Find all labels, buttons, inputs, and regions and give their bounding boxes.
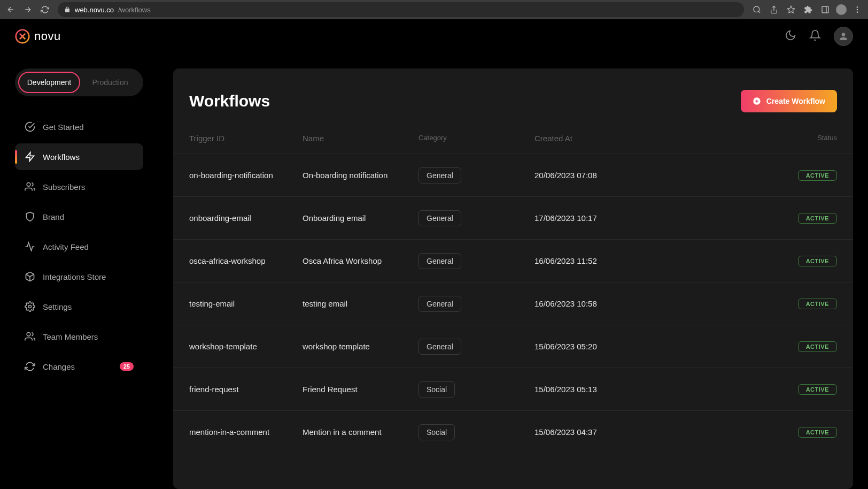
category-chip: General <box>418 167 461 184</box>
sidebar-item-label: Activity Feed <box>43 242 89 251</box>
app-header: novu <box>0 19 868 54</box>
sidebar-item-activity-feed[interactable]: Activity Feed <box>15 233 143 260</box>
category-chip: Social <box>418 424 455 440</box>
env-tab-production[interactable]: Production <box>80 72 140 93</box>
cell-created: 15/06/2023 04:37 <box>534 427 650 437</box>
browser-reload-button[interactable] <box>38 3 51 16</box>
shield-icon <box>25 211 35 222</box>
cell-name: testing email <box>303 299 418 308</box>
sidebar-item-team-members[interactable]: Team Members <box>15 323 143 350</box>
status-badge: ACTIVE <box>798 384 837 395</box>
category-chip: General <box>418 253 461 269</box>
cell-trigger: workshop-template <box>189 342 303 351</box>
sidebar-item-label: Integrations Store <box>43 272 106 281</box>
table-row[interactable]: testing-email testing email General 16/0… <box>173 282 853 325</box>
plus-circle-icon <box>753 97 761 105</box>
browser-share-icon[interactable] <box>768 3 780 16</box>
col-header-status: Status <box>650 134 837 143</box>
cell-status: ACTIVE <box>650 427 837 438</box>
cell-name: Osca Africa Workshop <box>303 256 418 265</box>
cell-created: 15/06/2023 05:13 <box>534 385 650 394</box>
browser-star-icon[interactable] <box>785 3 797 16</box>
refresh-icon <box>25 361 35 372</box>
check-circle-icon <box>25 121 35 132</box>
svg-rect-2 <box>822 6 828 13</box>
svg-point-11 <box>29 305 32 308</box>
sidebar-item-label: Changes <box>43 362 75 371</box>
cell-name: Onboarding email <box>303 213 418 223</box>
browser-bar: web.novu.co/workflows <box>0 0 868 19</box>
cell-category: Social <box>418 424 534 440</box>
workflows-table: Trigger ID Name Category Created At Stat… <box>173 123 853 453</box>
url-bar[interactable]: web.novu.co/workflows <box>58 2 744 17</box>
svg-point-9 <box>27 183 30 187</box>
create-workflow-button[interactable]: Create Workflow <box>741 90 837 112</box>
cell-created: 16/06/2023 11:52 <box>534 256 650 265</box>
activity-icon <box>25 241 35 252</box>
sidebar-item-workflows[interactable]: Workflows <box>15 143 143 170</box>
cell-category: General <box>418 210 534 226</box>
browser-menu-icon[interactable] <box>851 3 864 16</box>
logo[interactable]: novu <box>15 29 61 44</box>
sidebar-item-label: Brand <box>43 212 64 221</box>
theme-toggle-icon[interactable] <box>785 29 796 43</box>
table-row[interactable]: on-boarding-notification On-boarding not… <box>173 154 853 196</box>
sidebar-item-integrations-store[interactable]: Integrations Store <box>15 263 143 290</box>
cell-created: 20/06/2023 07:08 <box>534 171 650 180</box>
url-path: /workflows <box>118 6 151 14</box>
sidebar-item-settings[interactable]: Settings <box>15 293 143 320</box>
sidebar-item-subscribers[interactable]: Subscribers <box>15 173 143 200</box>
sidebar-item-label: Get Started <box>43 123 84 132</box>
logo-mark-icon <box>15 29 30 44</box>
cell-created: 15/06/2023 05:20 <box>534 342 650 351</box>
user-avatar[interactable] <box>834 27 853 46</box>
cell-status: ACTIVE <box>650 213 837 224</box>
sidebar-item-label: Team Members <box>43 332 98 341</box>
create-workflow-label: Create Workflow <box>766 97 825 105</box>
cell-trigger: friend-request <box>189 385 303 394</box>
env-tab-development[interactable]: Development <box>18 72 80 93</box>
table-row[interactable]: friend-request Friend Request Social 15/… <box>173 368 853 410</box>
sidebar-item-get-started[interactable]: Get Started <box>15 113 143 140</box>
svg-point-12 <box>27 333 30 337</box>
table-row[interactable]: onboarding-email Onboarding email Genera… <box>173 196 853 239</box>
status-badge: ACTIVE <box>798 213 837 224</box>
table-row[interactable]: osca-africa-workshop Osca Africa Worksho… <box>173 239 853 282</box>
cell-category: General <box>418 167 534 184</box>
box-icon <box>25 271 35 282</box>
cell-status: ACTIVE <box>650 299 837 309</box>
sidebar-item-brand[interactable]: Brand <box>15 203 143 230</box>
table-row[interactable]: workshop-template workshop template Gene… <box>173 325 853 368</box>
table-header: Trigger ID Name Category Created At Stat… <box>173 123 853 154</box>
cell-category: Social <box>418 381 534 398</box>
status-badge: ACTIVE <box>798 170 837 181</box>
col-header-trigger: Trigger ID <box>189 134 303 143</box>
svg-marker-8 <box>26 152 34 162</box>
cell-name: workshop template <box>303 342 418 351</box>
notifications-icon[interactable] <box>809 29 821 43</box>
browser-panel-icon[interactable] <box>819 3 832 16</box>
browser-zoom-icon[interactable] <box>750 3 763 16</box>
status-badge: ACTIVE <box>798 427 837 438</box>
browser-back-button[interactable] <box>4 3 17 16</box>
sidebar-item-label: Settings <box>43 302 72 311</box>
sidebar-item-changes[interactable]: Changes 25 <box>15 353 143 380</box>
cell-category: General <box>418 253 534 269</box>
cell-trigger: testing-email <box>189 299 303 308</box>
svg-point-0 <box>754 6 759 12</box>
table-row[interactable]: mention-in-a-comment Mention in a commen… <box>173 410 853 453</box>
svg-marker-1 <box>787 6 794 13</box>
bolt-icon <box>25 151 35 162</box>
browser-extensions-icon[interactable] <box>802 3 815 16</box>
users-icon <box>25 181 35 192</box>
sidebar-item-label: Subscribers <box>43 182 85 192</box>
cell-name: Mention in a comment <box>303 427 418 437</box>
sidebar-item-label: Workflows <box>43 152 80 162</box>
status-badge: ACTIVE <box>798 341 837 352</box>
browser-forward-button[interactable] <box>21 3 34 16</box>
svg-point-6 <box>857 11 858 13</box>
sidebar: Development Production Get Started Workf… <box>0 54 158 489</box>
browser-profile-avatar[interactable] <box>836 4 847 15</box>
category-chip: General <box>418 296 461 312</box>
cell-created: 16/06/2023 10:58 <box>534 299 650 308</box>
